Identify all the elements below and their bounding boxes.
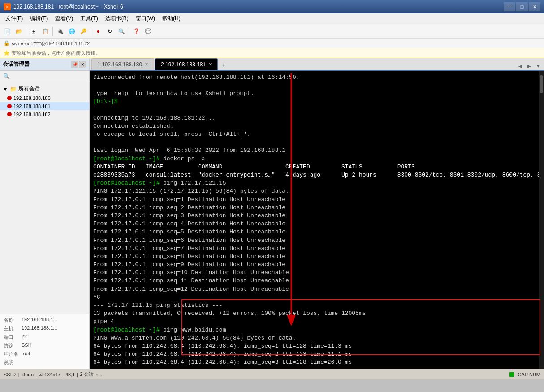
toolbar-sep2 [52, 27, 53, 36]
status-green-indicator [509, 372, 514, 377]
status-sep3: | [62, 372, 64, 377]
info-port-value: 22 [22, 334, 86, 340]
status-sessions-label: 2 会话 [80, 371, 94, 378]
status-arrow-down[interactable]: ↓ [100, 372, 103, 377]
menu-tabs[interactable]: 选项卡(B) [102, 14, 132, 23]
info-desc-label: 说明 [4, 359, 22, 366]
tree-root-all-sessions[interactable]: ▼ 📁 所有会话 [0, 84, 89, 94]
scroll-thumb[interactable] [540, 75, 543, 93]
tab-label-180: 1 192.168.188.180 [97, 61, 142, 68]
toolbar-open[interactable]: 📂 [13, 26, 24, 37]
ssh-icon: 🔒 [4, 40, 10, 46]
info-host-label: 主机 [4, 325, 22, 332]
info-user-label: 用户名 [4, 351, 22, 358]
info-host-row: 主机 192.168.188.1... [0, 324, 89, 333]
window-controls[interactable]: ─ □ ✕ [504, 2, 540, 11]
tab-add-button[interactable]: + [219, 60, 229, 70]
toolbar-stop[interactable]: ● [93, 26, 104, 37]
sidebar-controls[interactable]: 📌 ✕ [71, 61, 86, 68]
info-protocol-label: 协议 [4, 342, 22, 349]
menu-tools[interactable]: 工具(T) [77, 14, 101, 23]
info-port-row: 端口 22 [0, 333, 89, 341]
info-name-row: 名称 192.168.188.1... [0, 316, 89, 324]
terminal-scrollbar[interactable] [539, 71, 544, 369]
info-user-row: 用户名 root [0, 350, 89, 358]
status-bar: SSH2 | xterm | ⊡ 134x47 | 43,1 | 2 会话 ↑ … [0, 369, 544, 379]
status-size-label: 134x47 [44, 372, 60, 377]
menu-window[interactable]: 窗口(W) [132, 14, 159, 23]
status-term-label: xterm [22, 372, 34, 377]
session-item-181[interactable]: 192.168.188.181 [0, 102, 89, 110]
info-protocol-row: 协议 SSH [0, 341, 89, 350]
session-status-dot-180 [7, 96, 12, 100]
sidebar: 会话管理器 📌 ✕ 🔍 ▼ 📁 所有会话 192.168.188.180 192… [0, 58, 90, 369]
session-label-181: 192.168.188.181 [13, 103, 51, 109]
toolbar-globe[interactable]: 🌐 [66, 26, 77, 37]
tab-nav: ◀ ▶ ▼ [516, 62, 542, 70]
status-left: SSH2 | xterm | ⊡ 134x47 | 43,1 | 2 会话 ↑ … [4, 371, 102, 378]
tab-nav-right[interactable]: ▶ [525, 62, 533, 70]
toolbar-new[interactable]: 📄 [2, 26, 13, 37]
status-cap-label: CAP NUM [518, 372, 540, 377]
tab-nav-left[interactable]: ◀ [516, 62, 524, 70]
maximize-button[interactable]: □ [516, 2, 528, 11]
tip-text: 变添加当前会话，点击左侧的箭头按钮。 [12, 50, 100, 56]
tab-181[interactable]: 2 192.168.188.181 ✕ [155, 58, 218, 70]
sidebar-info-panel: 名称 192.168.188.1... 主机 192.168.188.1... … [0, 314, 89, 369]
toolbar-copy[interactable]: ⊞ [28, 26, 39, 37]
menu-help[interactable]: 帮助(H) [159, 14, 184, 23]
folder-icon: 📁 [10, 86, 17, 92]
toolbar-chat[interactable]: 💬 [142, 26, 153, 37]
status-arrow-up[interactable]: ↑ [95, 372, 98, 377]
menu-bar: 文件(F) 编辑(E) 查看(V) 工具(T) 选项卡(B) 窗口(W) 帮助(… [0, 13, 544, 24]
info-name-value: 192.168.188.1... [22, 317, 86, 323]
info-port-label: 端口 [4, 334, 22, 340]
toolbar-connect[interactable]: 🔌 [55, 26, 65, 37]
toolbar-sep4 [129, 27, 129, 36]
status-sep4: | [77, 372, 78, 377]
session-label-182: 192.168.188.182 [13, 112, 51, 117]
tip-bar: ⭐ 变添加当前会话，点击左侧的箭头按钮。 [0, 48, 544, 58]
ssh-bar: 🔒 ssh://root:****@192.168.188.181:22 [0, 39, 544, 48]
terminal-content[interactable]: [root@localhost ~]# Connection closing..… [90, 71, 539, 369]
info-user-value: root [22, 351, 86, 358]
title-bar-left: X 192.168.188.181 - root@localhost:~ - X… [4, 3, 123, 10]
toolbar-paste[interactable]: 📋 [40, 26, 51, 37]
sidebar-close-button[interactable]: ✕ [79, 61, 86, 68]
status-right: CAP NUM [509, 372, 540, 377]
toolbar-zoom[interactable]: 🔍 [116, 26, 127, 37]
menu-file[interactable]: 文件(F) [2, 14, 26, 23]
session-status-dot-182 [7, 112, 12, 116]
session-label-180: 192.168.188.180 [13, 95, 51, 101]
toolbar-key[interactable]: 🔑 [78, 26, 89, 37]
search-icon[interactable]: 🔍 [2, 72, 11, 81]
session-item-180[interactable]: 192.168.188.180 [0, 94, 89, 102]
tab-180[interactable]: 1 192.168.188.180 ✕ [91, 58, 154, 70]
tab-close-180[interactable]: ✕ [145, 62, 148, 67]
sidebar-header: 会话管理器 📌 ✕ [0, 58, 89, 71]
toolbar-help[interactable]: ❓ [131, 26, 142, 37]
minimize-button[interactable]: ─ [504, 2, 515, 11]
info-desc-row: 说明 [0, 358, 89, 367]
menu-edit[interactable]: 编辑(E) [26, 14, 52, 23]
session-item-182[interactable]: 192.168.188.182 [0, 110, 89, 118]
sidebar-title: 会话管理器 [3, 60, 30, 68]
toolbar-refresh[interactable]: ↻ [104, 26, 115, 37]
status-cursor-label: 43,1 [65, 372, 75, 377]
tab-close-181[interactable]: ✕ [208, 62, 212, 67]
window-title: 192.168.188.181 - root@localhost:~ - Xsh… [13, 4, 123, 10]
sidebar-search-row: 🔍 [0, 71, 89, 82]
tree-root-label: 所有会话 [18, 85, 40, 93]
close-button[interactable]: ✕ [529, 2, 540, 11]
terminal-outer: [root@localhost ~]# Connection closing..… [90, 71, 544, 369]
sessions-tree: ▼ 📁 所有会话 192.168.188.180 192.168.188.181… [0, 82, 89, 314]
folder-expand-icon: ▼ [3, 86, 8, 92]
sidebar-pin-button[interactable]: 📌 [71, 61, 78, 68]
session-status-dot-181 [7, 104, 12, 108]
info-name-label: 名称 [4, 317, 22, 323]
tip-icon: ⭐ [4, 50, 10, 56]
status-resize-icon: ⊡ [39, 371, 43, 377]
tab-nav-dropdown[interactable]: ▼ [534, 62, 542, 70]
menu-view[interactable]: 查看(V) [52, 14, 77, 23]
status-sep2: | [35, 372, 37, 377]
